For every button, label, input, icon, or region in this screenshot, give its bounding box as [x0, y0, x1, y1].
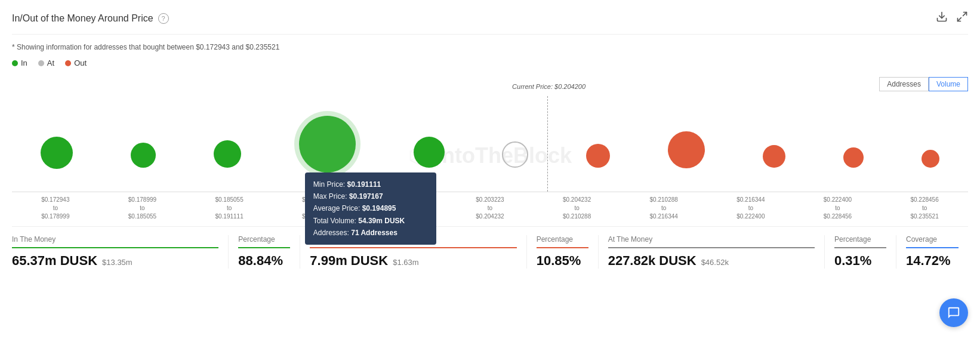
coverage-main: 14.72% [906, 253, 951, 269]
atm-pct-underline [834, 247, 886, 248]
otm-pct-main: 10.85% [537, 253, 581, 269]
otm-value: 7.99m DUSK $1.63m [310, 253, 516, 269]
stat-block-coverage: Coverage 14.72% [896, 235, 968, 269]
bubble-0 [41, 137, 73, 169]
bubble-6 [586, 144, 610, 168]
itm-pct-underline [238, 247, 290, 248]
current-price-label: Current Price: $0.204200 [512, 83, 585, 90]
stat-block-itm: In The Money 65.37m DUSK $13.35m [12, 235, 229, 269]
legend: In At Out [12, 58, 968, 67]
x-label-2: $0.185055to$0.191111 [215, 196, 243, 221]
x-labels: $0.172943to$0.178999 $0.178999to$0.18505… [12, 192, 968, 221]
stat-block-otm: Out Of The Money 7.99m DUSK $1.63m [300, 235, 526, 269]
itm-main: 65.37m DUSK [12, 253, 97, 269]
coverage-underline [906, 247, 959, 248]
bubble-col-0 [41, 119, 73, 169]
header-icons [936, 11, 968, 26]
chart-area: IntoTheBlock Current Price: $0.204200 [12, 96, 968, 215]
volume-button[interactable]: Volume [929, 77, 968, 91]
bubble-col-10 [922, 120, 939, 168]
atm-value: 227.82k DUSK $46.52k [608, 253, 815, 269]
x-label-6: $0.204232to$0.210288 [563, 196, 591, 221]
otm-main: 7.99m DUSK [310, 253, 388, 269]
legend-item-out: Out [65, 58, 87, 67]
itm-pct-value: 88.84% [238, 253, 290, 269]
bubble-7 [668, 131, 705, 168]
page-title: In/Out of the Money Around Price [12, 13, 153, 24]
legend-label-in: In [21, 58, 27, 67]
atm-main: 227.82k DUSK [608, 253, 697, 269]
atm-pct-main: 0.31% [834, 253, 871, 269]
at-dot [38, 60, 44, 66]
x-label-3: $0.191111to$0.197167 [302, 196, 330, 221]
atm-underline [608, 247, 815, 248]
bubble-8 [763, 145, 785, 168]
x-label-1: $0.178999to$0.185055 [128, 196, 156, 221]
itm-pct-label: Percentage [238, 235, 290, 244]
download-icon[interactable] [936, 11, 948, 26]
x-label-10: $0.228456to$0.235521 [910, 196, 938, 221]
bubbles-row: Min Price: $0.191111 Max Price: $0.19716… [12, 96, 968, 192]
bubble-10 [922, 150, 939, 168]
legend-label-out: Out [74, 58, 87, 67]
bubble-5 [502, 141, 528, 168]
bubble-col-2 [214, 120, 241, 168]
itm-label: In The Money [12, 235, 218, 244]
in-dot [12, 60, 18, 66]
bubble-col-9 [843, 120, 864, 168]
coverage-label: Coverage [906, 235, 959, 244]
bubble-1 [131, 143, 156, 168]
stat-block-itm-pct: Percentage 88.84% [229, 235, 300, 269]
stat-block-atm-pct: Percentage 0.31% [825, 235, 896, 269]
x-label-9: $0.222400to$0.228456 [824, 196, 852, 221]
tooltip-min-price-value: $0.191111 [347, 180, 381, 189]
svg-line-1 [963, 13, 967, 16]
bubble-9 [843, 147, 864, 168]
x-label-7: $0.210288to$0.216344 [650, 196, 678, 221]
bubble-col-8 [763, 120, 785, 168]
stat-block-otm-pct: Percentage 10.85% [527, 235, 599, 269]
subtitle: * Showing information for addresses that… [12, 43, 968, 51]
chart-controls: Addresses Volume [12, 77, 968, 91]
bubble-col-7 [668, 119, 705, 168]
atm-pct-label: Percentage [834, 235, 886, 244]
bubble-2 [214, 140, 241, 168]
atm-pct-value: 0.31% [834, 253, 886, 269]
legend-label-at: At [47, 58, 54, 67]
current-price-line: Current Price: $0.204200 [547, 96, 548, 192]
stats-row: In The Money 65.37m DUSK $13.35m Percent… [12, 226, 968, 269]
itm-underline [12, 247, 218, 248]
otm-label: Out Of The Money [310, 235, 516, 244]
stat-block-atm: At The Money 227.82k DUSK $46.52k [599, 235, 825, 269]
coverage-value: 14.72% [906, 253, 959, 269]
itm-value: 65.37m DUSK $13.35m [12, 253, 218, 269]
main-container: In/Out of the Money Around Price ? [0, 0, 980, 278]
bubble-col-4 [414, 120, 445, 168]
expand-icon[interactable] [956, 11, 968, 26]
svg-line-2 [958, 18, 961, 21]
atm-label: At The Money [608, 235, 815, 244]
legend-item-at: At [38, 58, 54, 67]
help-icon[interactable]: ? [158, 13, 169, 24]
bubble-col-6 [586, 120, 610, 168]
addresses-button[interactable]: Addresses [879, 77, 929, 91]
otm-underline [310, 247, 516, 248]
bubble-3[interactable] [299, 116, 356, 172]
bubble-col-3: Min Price: $0.191111 Max Price: $0.19716… [299, 116, 356, 172]
legend-item-in: In [12, 58, 27, 67]
atm-sub: $46.52k [701, 258, 729, 267]
otm-pct-label: Percentage [537, 235, 588, 244]
otm-pct-underline [537, 247, 588, 248]
bubble-4 [414, 137, 445, 168]
x-label-8: $0.216344to$0.222400 [736, 196, 765, 221]
out-dot [65, 60, 71, 66]
chat-bubble[interactable] [939, 298, 968, 327]
x-label-4: $0.197167to$0.203223 [389, 196, 417, 221]
tooltip-min-price-label: Min Price: [313, 180, 345, 189]
itm-sub: $13.35m [102, 258, 132, 267]
bubble-col-1 [131, 120, 156, 168]
bubble-col-5 [502, 120, 528, 168]
x-label-5: $0.203223to$0.204232 [476, 196, 504, 221]
header-left: In/Out of the Money Around Price ? [12, 13, 169, 24]
header: In/Out of the Money Around Price ? [12, 11, 968, 35]
